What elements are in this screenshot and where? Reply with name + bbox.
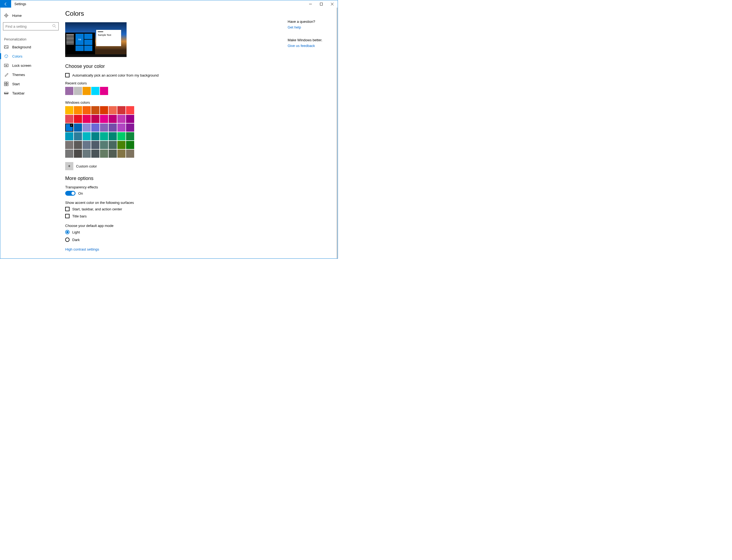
recent-color-swatch[interactable] [91, 87, 99, 95]
windows-color-swatch[interactable] [83, 106, 91, 114]
sidebar-item-label: Taskbar [12, 91, 25, 95]
svg-rect-21 [4, 84, 6, 86]
transparency-toggle[interactable] [65, 191, 75, 196]
windows-color-swatch[interactable] [83, 150, 91, 158]
windows-color-swatch[interactable] [109, 141, 117, 149]
windows-color-swatch[interactable] [109, 132, 117, 140]
recent-color-swatch[interactable] [100, 87, 108, 95]
windows-color-swatch[interactable] [74, 124, 82, 132]
sidebar-item-background[interactable]: Background [0, 42, 61, 52]
windows-color-swatch[interactable] [109, 150, 117, 158]
custom-color-button[interactable]: + [65, 162, 73, 170]
right-question-heading: Have a question? [288, 20, 334, 24]
windows-color-swatch[interactable] [117, 150, 125, 158]
titlebar: Settings [0, 0, 337, 8]
sidebar-item-taskbar[interactable]: Taskbar [0, 88, 61, 98]
transparency-label: Transparency effects [65, 185, 331, 189]
close-button[interactable] [327, 0, 337, 8]
scrollbar[interactable] [336, 8, 337, 258]
windows-color-swatch[interactable] [100, 106, 108, 114]
windows-color-swatch[interactable] [117, 115, 125, 123]
sidebar-section-header: Personalization [0, 35, 61, 42]
windows-color-swatch[interactable] [65, 132, 73, 140]
windows-color-swatch[interactable] [126, 124, 134, 132]
surfaces-heading: Show accent color on the following surfa… [65, 201, 331, 205]
surface-titlebars-checkbox[interactable] [65, 214, 70, 218]
app-mode-light-radio[interactable] [65, 230, 70, 234]
windows-colors-grid [65, 106, 331, 158]
recent-color-swatch[interactable] [74, 87, 82, 95]
recent-colors-row [65, 87, 331, 95]
windows-color-swatch[interactable] [100, 124, 108, 132]
svg-line-11 [55, 26, 56, 27]
windows-color-swatch[interactable] [74, 132, 82, 140]
windows-color-swatch[interactable] [109, 115, 117, 123]
recent-color-swatch[interactable] [83, 87, 91, 95]
windows-color-swatch[interactable] [91, 141, 99, 149]
windows-color-swatch[interactable] [126, 150, 134, 158]
search-input[interactable] [3, 22, 59, 30]
recent-colors-label: Recent colors [65, 81, 331, 85]
windows-color-swatch[interactable] [91, 106, 99, 114]
sidebar-item-start[interactable]: Start [0, 79, 61, 88]
windows-color-swatch[interactable] [83, 115, 91, 123]
svg-rect-24 [4, 93, 8, 94]
windows-color-swatch[interactable] [100, 141, 108, 149]
windows-color-swatch[interactable] [91, 150, 99, 158]
get-help-link[interactable]: Get help [288, 25, 334, 29]
page-title: Colors [65, 10, 331, 17]
sidebar-item-themes[interactable]: Themes [0, 70, 61, 79]
minimize-button[interactable] [305, 0, 316, 8]
windows-color-swatch[interactable] [117, 124, 125, 132]
more-options-heading: More options [65, 176, 331, 181]
windows-color-swatch[interactable] [91, 115, 99, 123]
sidebar-item-lockscreen[interactable]: Lock screen [0, 61, 61, 70]
windows-color-swatch[interactable] [100, 132, 108, 140]
auto-pick-checkbox[interactable] [65, 73, 70, 77]
windows-color-swatch[interactable] [91, 132, 99, 140]
maximize-button[interactable] [316, 0, 327, 8]
windows-color-swatch[interactable] [74, 106, 82, 114]
windows-color-swatch[interactable] [74, 150, 82, 158]
windows-color-swatch[interactable] [65, 141, 73, 149]
app-mode-dark-radio[interactable] [65, 238, 70, 242]
sidebar-item-label: Lock screen [12, 64, 31, 68]
sidebar-item-label: Start [12, 82, 20, 86]
windows-color-swatch[interactable] [126, 115, 134, 123]
windows-color-swatch[interactable] [83, 141, 91, 149]
windows-color-swatch[interactable] [65, 124, 73, 132]
preview-tile-aa: Aa [75, 34, 84, 45]
windows-color-swatch[interactable] [83, 132, 91, 140]
auto-pick-label: Automatically pick an accent color from … [72, 73, 159, 77]
high-contrast-link[interactable]: High contrast settings [65, 247, 331, 251]
surface-start-checkbox[interactable] [65, 207, 70, 211]
svg-point-13 [5, 55, 8, 58]
svg-point-14 [5, 55, 6, 56]
taskbar-icon [4, 91, 8, 95]
windows-color-swatch[interactable] [126, 106, 134, 114]
sidebar-home[interactable]: Home [0, 11, 61, 20]
windows-color-swatch[interactable] [109, 106, 117, 114]
windows-color-swatch[interactable] [91, 124, 99, 132]
back-button[interactable] [0, 0, 11, 8]
surface-titlebars-label: Title bars [72, 214, 87, 218]
sidebar-item-colors[interactable]: Colors [0, 52, 61, 61]
windows-color-swatch[interactable] [109, 124, 117, 132]
brush-icon [4, 72, 8, 77]
feedback-link[interactable]: Give us feedback [288, 44, 334, 48]
app-mode-dark-label: Dark [72, 238, 80, 242]
windows-color-swatch[interactable] [100, 150, 108, 158]
windows-color-swatch[interactable] [126, 141, 134, 149]
windows-color-swatch[interactable] [65, 115, 73, 123]
windows-color-swatch[interactable] [117, 141, 125, 149]
windows-color-swatch[interactable] [83, 124, 91, 132]
windows-color-swatch[interactable] [74, 141, 82, 149]
windows-color-swatch[interactable] [126, 132, 134, 140]
windows-color-swatch[interactable] [74, 115, 82, 123]
recent-color-swatch[interactable] [65, 87, 73, 95]
windows-color-swatch[interactable] [117, 106, 125, 114]
windows-color-swatch[interactable] [100, 115, 108, 123]
windows-color-swatch[interactable] [65, 150, 73, 158]
windows-color-swatch[interactable] [65, 106, 73, 114]
windows-color-swatch[interactable] [117, 132, 125, 140]
